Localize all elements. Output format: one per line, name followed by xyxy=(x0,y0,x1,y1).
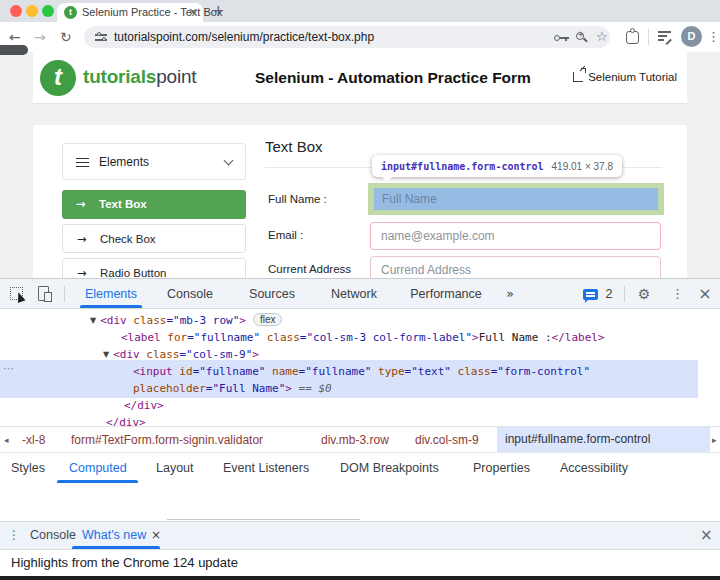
device-toolbar-icon[interactable] xyxy=(38,286,49,301)
tab-close-icon[interactable]: × xyxy=(188,3,198,22)
devtools-tab-performance[interactable]: Performance xyxy=(402,279,490,309)
devtools-tab-network[interactable]: Network xyxy=(322,279,386,309)
drawer-tab-console[interactable]: Console xyxy=(30,522,76,549)
new-tab-button[interactable]: + xyxy=(212,0,225,22)
profile-avatar[interactable]: D xyxy=(681,26,702,47)
breadcrumb-item[interactable]: -xl-8 xyxy=(22,427,45,453)
breadcrumb-scroll-left-icon[interactable]: ◂ xyxy=(4,427,9,453)
issues-count[interactable]: 2 xyxy=(603,279,615,309)
tab-event-listeners[interactable]: Event Listeners xyxy=(223,453,309,484)
browser-toolbar: ← → ↻ tutorialspoint.com/selenium/practi… xyxy=(0,22,720,52)
arrow-right-icon: → xyxy=(77,259,87,278)
browser-tab[interactable]: t Selenium Practice - Text Box × xyxy=(57,3,203,22)
inspect-padding-overlay: Full Name xyxy=(368,183,664,215)
breadcrumb-item[interactable]: form#TextForm.form-signin.validator xyxy=(71,427,263,453)
tree-line-div-row[interactable]: ▼<div class="mb-3 row">flex xyxy=(90,312,282,329)
tab-accessibility[interactable]: Accessibility xyxy=(560,453,628,484)
browser-menu-kebab-icon[interactable]: ⋮ xyxy=(707,22,720,52)
page-title: Selenium - Automation Practice Form xyxy=(255,69,531,87)
tooltip-size: 419.01 × 37.8 xyxy=(552,161,613,172)
url-text[interactable]: tutorialspoint.com/selenium/practice/tex… xyxy=(114,26,374,48)
sidebar-item-check-box[interactable]: → Check Box xyxy=(62,224,246,253)
drawer-resize-handle[interactable] xyxy=(167,519,360,520)
zoom-page-icon[interactable]: + xyxy=(576,32,588,44)
tab-dom-breakpoints[interactable]: DOM Breakpoints xyxy=(340,453,439,484)
active-tab-underline xyxy=(72,546,160,549)
breadcrumb-item-selected[interactable]: input#fullname.form-control xyxy=(497,427,710,452)
toolbar-separator xyxy=(624,286,625,302)
breadcrumb-item[interactable]: div.col-sm-9 xyxy=(415,427,479,453)
sidebar-header-label: Elements xyxy=(99,144,149,180)
selenium-tutorial-label: Selenium Tutorial xyxy=(588,71,677,83)
toolbar-separator xyxy=(64,286,65,302)
collapse-arrow-icon[interactable]: ▼ xyxy=(103,350,109,359)
email-input[interactable] xyxy=(370,222,661,250)
selenium-tutorial-link[interactable]: Selenium Tutorial xyxy=(573,71,677,83)
traffic-light-zoom[interactable] xyxy=(42,5,54,17)
chevron-down-icon xyxy=(224,156,234,166)
inspect-tooltip: input#fullname.form-control 419.01 × 37.… xyxy=(372,155,622,177)
tree-line-input-selected-wrap[interactable]: placeholder="Full Name"> == $0 xyxy=(133,380,332,397)
drawer-tab-bar: ⋮ Console What's new × × xyxy=(0,521,720,550)
tab-properties[interactable]: Properties xyxy=(473,453,530,484)
tree-line-close-div[interactable]: </div> xyxy=(124,397,164,414)
site-header: t tutorialspoint Selenium - Automation P… xyxy=(33,52,687,104)
brand-wordmark[interactable]: tutorialspoint xyxy=(83,66,196,88)
tooltip-pointer xyxy=(382,177,392,182)
sidebar-item-label: Text Box xyxy=(99,190,147,218)
breadcrumb-item[interactable]: div.mb-3.row xyxy=(321,427,389,453)
window-edge-artifact xyxy=(0,45,28,55)
bookmark-star-icon[interactable]: ☆ xyxy=(596,26,608,48)
devtools-close-icon[interactable]: × xyxy=(696,279,714,309)
devtools-menu-kebab-icon[interactable]: ⋮ xyxy=(671,279,683,309)
current-address-input[interactable] xyxy=(370,256,661,278)
styles-tab-bar: Styles Computed Layout Event Listeners D… xyxy=(0,452,720,483)
node-overflow-dots-icon[interactable]: ⋯ xyxy=(3,360,14,377)
drawer-tab-whats-new[interactable]: What's new xyxy=(82,522,146,549)
tooltip-selector: input#fullname.form-control xyxy=(381,161,544,172)
tutorialspoint-logo-icon[interactable]: t xyxy=(40,60,76,96)
devtools-settings-gear-icon[interactable]: ⚙ xyxy=(636,279,652,309)
sidebar-item-radio-button[interactable]: → Radio Button xyxy=(62,258,246,278)
practice-card: Elements → Text Box → Check Box → Radio … xyxy=(33,125,687,278)
whats-new-close-icon[interactable]: × xyxy=(151,522,161,549)
drawer-close-icon[interactable]: × xyxy=(700,522,713,549)
tab-title: Selenium Practice - Text Box xyxy=(82,3,222,22)
external-link-icon xyxy=(573,72,583,82)
full-name-input-highlighted[interactable]: Full Name xyxy=(374,188,658,210)
inspect-element-icon[interactable] xyxy=(10,287,23,300)
drawer-menu-kebab-icon[interactable]: ⋮ xyxy=(8,522,20,549)
tree-line-label[interactable]: <label for="fullname" class="col-sm-3 co… xyxy=(121,329,605,346)
more-tabs-icon[interactable]: » xyxy=(500,279,520,309)
traffic-light-close[interactable] xyxy=(10,5,22,17)
form-heading: Text Box xyxy=(265,138,323,155)
sidebar-item-text-box[interactable]: → Text Box xyxy=(62,190,246,219)
dom-breadcrumb-bar: ◂ -xl-8 form#TextForm.form-signin.valida… xyxy=(0,426,720,452)
side-panel-icon[interactable] xyxy=(658,31,671,42)
full-name-placeholder: Full Name xyxy=(382,188,437,210)
toolbar-divider xyxy=(648,29,649,45)
flex-badge[interactable]: flex xyxy=(253,313,283,326)
site-settings-icon[interactable] xyxy=(95,33,107,41)
browser-window: t Selenium Practice - Text Box × + ← → ↻… xyxy=(0,0,720,580)
extensions-puzzle-icon[interactable] xyxy=(626,31,639,44)
breadcrumb-scroll-right-icon[interactable]: ▸ xyxy=(712,427,717,453)
devtools-tab-console[interactable]: Console xyxy=(158,279,222,309)
devtools-toolbar: Elements Console Sources Network Perform… xyxy=(0,279,720,309)
address-bar[interactable]: tutorialspoint.com/selenium/practice/tex… xyxy=(84,26,610,48)
tree-line-div-col[interactable]: ▼<div class="col-sm-9"> xyxy=(103,346,259,363)
forward-icon[interactable]: → xyxy=(34,22,46,52)
whats-new-heading: Highlights from the Chrome 124 update xyxy=(11,550,238,576)
tab-styles[interactable]: Styles xyxy=(11,453,45,484)
whats-new-content: Highlights from the Chrome 124 update xyxy=(0,550,720,576)
reload-icon[interactable]: ↻ xyxy=(60,22,72,52)
brand-bold: tutorials xyxy=(83,66,156,87)
tab-layout[interactable]: Layout xyxy=(156,453,194,484)
devtools-tab-sources[interactable]: Sources xyxy=(240,279,304,309)
issues-bubble-icon[interactable] xyxy=(583,289,598,300)
traffic-light-minimize[interactable] xyxy=(26,5,38,17)
collapse-arrow-icon[interactable]: ▼ xyxy=(90,316,96,325)
password-key-icon[interactable] xyxy=(554,35,569,41)
sidebar-elements-dropdown[interactable]: Elements xyxy=(62,143,246,180)
tree-line-input-selected[interactable]: <input id="fullname" name="fullname" typ… xyxy=(133,363,590,380)
